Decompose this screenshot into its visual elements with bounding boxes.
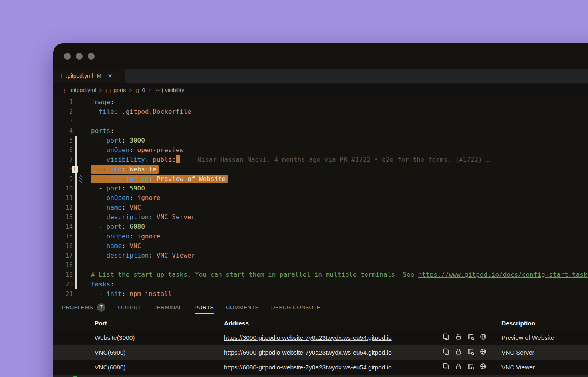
breadcrumb-separator: > <box>129 87 132 93</box>
copy-icon[interactable] <box>442 363 450 372</box>
code-line[interactable]: 7 visibility: publicNisar Hassan Naqvi, … <box>53 155 588 165</box>
code-line[interactable]: 1image: <box>53 97 588 107</box>
globe-icon[interactable] <box>479 333 487 342</box>
unlock-icon[interactable] <box>455 333 462 342</box>
panel-tab-label: COMMENTS <box>226 304 259 310</box>
tab-bar: ! .gitpod.yml M ✕ <box>53 69 588 83</box>
code-line[interactable]: 21 - init: npm install <box>53 289 588 298</box>
copy-icon[interactable] <box>442 348 450 357</box>
modified-badge: M <box>97 73 101 79</box>
indent-guide <box>99 241 99 251</box>
gutter-modified-bar <box>75 232 77 241</box>
port-name: VNC(6080) <box>85 364 224 371</box>
port-row[interactable]: VNC(5900)https://5900-gitpodio-website-7… <box>53 345 588 360</box>
line-number: 2 <box>53 107 73 117</box>
gutter-modified-bar <box>75 280 77 289</box>
code-line[interactable]: 5 - port: 3000 <box>53 136 588 145</box>
panel-tab-ports[interactable]: PORTS <box>195 304 214 310</box>
gutter-diff-hatch-icon <box>79 175 82 183</box>
code-line[interactable]: 17 description: VNC Viewer <box>53 251 588 260</box>
code-line[interactable]: 15 onOpen: ignore <box>53 232 588 241</box>
code-line[interactable]: 18 <box>53 260 588 270</box>
code-line[interactable]: 2 file: .gitpod.Dockerfile <box>53 107 588 117</box>
port-actions <box>442 348 501 357</box>
line-number: 1 <box>53 97 73 107</box>
symbol-object-icon: {} <box>135 87 140 93</box>
port-address-link[interactable]: https://5900-gitpodio-website-7y0a23twyd… <box>224 349 392 356</box>
line-number: 8 <box>53 165 73 174</box>
tab-bar-empty-space <box>125 69 588 83</box>
preview-icon[interactable] <box>467 333 475 342</box>
globe-icon[interactable] <box>479 363 487 372</box>
port-actions <box>442 333 501 342</box>
lock-icon[interactable] <box>455 363 462 372</box>
minimize-window-icon[interactable] <box>76 53 83 60</box>
code-line[interactable]: 19# List the start up tasks. You can sta… <box>53 270 588 280</box>
preview-icon[interactable] <box>467 348 475 357</box>
panel-tab-debug-console[interactable]: DEBUG CONSOLE <box>271 304 320 310</box>
line-number: 10 <box>53 184 73 193</box>
code-line[interactable]: 6 onOpen: open-preview <box>53 145 588 155</box>
symbol-array-icon: [ ] <box>105 87 111 93</box>
port-actions <box>442 363 501 372</box>
preview-icon[interactable] <box>467 363 475 372</box>
panel-tab-comments[interactable]: COMMENTS <box>226 304 259 310</box>
globe-icon[interactable] <box>479 348 487 357</box>
port-address-link[interactable]: https://3000-gitpodio-website-7y0a23twyd… <box>224 334 392 341</box>
indent-guide <box>99 251 99 260</box>
indent-guide <box>99 203 99 212</box>
code-editor[interactable]: 1image:2 file: .gitpod.Dockerfile34ports… <box>53 97 588 298</box>
code-line[interactable]: 13 description: VNC Server <box>53 212 588 222</box>
port-address-link[interactable]: https://6080-gitpodio-website-7y0a23twyd… <box>224 364 392 371</box>
desktop: { "colors": { "desktop_background": "#a0… <box>0 0 588 377</box>
code-line[interactable]: 4ports: <box>53 126 588 136</box>
breadcrumb-item-visibility[interactable]: abcvisibility <box>155 87 184 93</box>
port-row[interactable]: Website(3000)https://3000-gitpodio-websi… <box>53 330 588 345</box>
gutter-expand-diff-button[interactable]: + <box>72 166 78 173</box>
code-line[interactable]: 16 name: VNC <box>53 241 588 251</box>
copy-icon[interactable] <box>442 333 450 342</box>
breadcrumb-separator: > <box>148 87 151 93</box>
gutter-modified-bar <box>75 251 77 260</box>
bottom-panel: PROBLEMS7OUTPUTTERMINALPORTSCOMMENTSDEBU… <box>53 298 588 377</box>
gutter-modified-bar <box>75 212 77 222</box>
indent-guide <box>99 212 99 222</box>
gutter-modified-bar <box>75 260 77 270</box>
panel-tab-terminal[interactable]: TERMINAL <box>153 304 182 310</box>
code-line[interactable]: 10 - port: 5900 <box>53 184 588 193</box>
panel-tab-bar: PROBLEMS7OUTPUTTERMINALPORTSCOMMENTSDEBU… <box>53 298 588 316</box>
panel-tab-output[interactable]: OUTPUT <box>118 304 141 310</box>
panel-tab-problems[interactable]: PROBLEMS7 <box>62 303 105 312</box>
port-name: Website(3000) <box>85 334 224 341</box>
text-cursor <box>176 155 180 163</box>
code-line[interactable]: 12 name: VNC <box>53 203 588 212</box>
line-number: 21 <box>53 289 73 298</box>
breadcrumb: ! .gitpod.yml>[ ]ports>{}0>abcvisibility <box>53 83 588 97</box>
traffic-lights <box>64 53 95 60</box>
tab-gitpod-yml[interactable]: ! .gitpod.yml M ✕ <box>53 69 125 83</box>
gutter-modified-bar <box>75 136 77 145</box>
breadcrumb-item-ports[interactable]: [ ]ports <box>105 87 126 93</box>
line-number: 13 <box>53 212 73 222</box>
yaml-warning-icon: ! <box>61 73 63 79</box>
code-line[interactable]: 9····description:·Preview·of·Website <box>53 174 588 184</box>
lock-icon[interactable] <box>455 348 462 357</box>
code-line[interactable]: 3 <box>53 117 588 126</box>
code-line[interactable]: 20tasks: <box>53 280 588 289</box>
gutter-modified-bar <box>75 241 77 251</box>
maximize-window-icon[interactable] <box>88 53 95 60</box>
gutter-modified-bar <box>75 155 77 165</box>
window-titlebar <box>53 43 588 69</box>
close-window-icon[interactable] <box>64 53 71 60</box>
code-line[interactable]: 8+····name:·Website <box>53 165 588 174</box>
ports-table: Port Address Description Website(3000)ht… <box>53 317 588 377</box>
selection-highlight: ····description:·Preview·of·Website <box>91 175 228 183</box>
line-number: 16 <box>53 241 73 251</box>
close-tab-icon[interactable]: ✕ <box>108 73 113 79</box>
breadcrumb-item-gitpodyml[interactable]: .gitpod.yml <box>69 87 96 93</box>
port-row[interactable]: VNC(6080)https://6080-gitpodio-website-7… <box>53 360 588 375</box>
problems-count-badge: 7 <box>97 303 105 312</box>
code-line[interactable]: 14 - port: 6080 <box>53 222 588 232</box>
breadcrumb-item-0[interactable]: {}0 <box>135 87 145 93</box>
code-line[interactable]: 11 onOpen: ignore <box>53 193 588 203</box>
